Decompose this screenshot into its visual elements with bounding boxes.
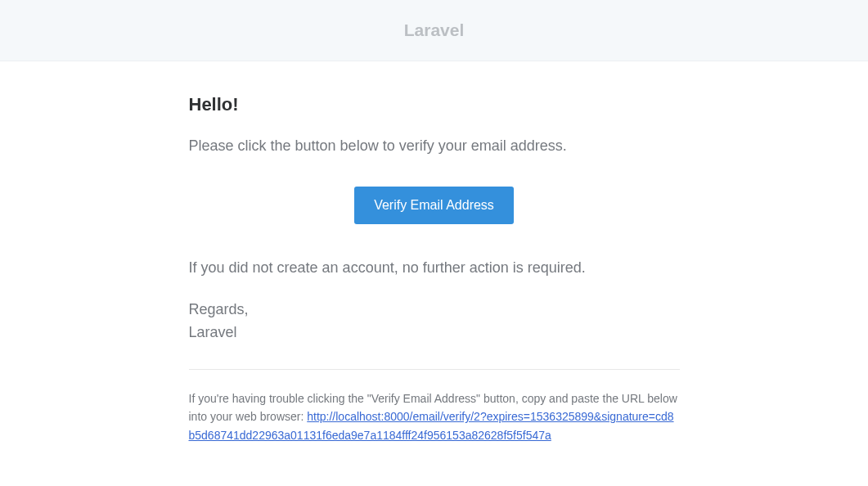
email-body: Hello! Please click the button below to … <box>0 61 868 444</box>
subcopy-text: If you're having trouble clicking the "V… <box>189 389 680 444</box>
intro-text: Please click the button below to verify … <box>189 135 680 157</box>
outro-text: If you did not create an account, no fur… <box>189 257 680 279</box>
button-container: Verify Email Address <box>189 187 680 224</box>
app-title: Laravel <box>0 20 868 40</box>
signoff-label: Regards, <box>189 299 680 322</box>
verify-email-button[interactable]: Verify Email Address <box>354 187 514 224</box>
email-header: Laravel <box>0 0 868 61</box>
greeting-text: Hello! <box>189 94 680 115</box>
divider-line <box>189 369 680 370</box>
sender-name: Laravel <box>189 322 680 344</box>
email-content: Hello! Please click the button below to … <box>177 94 692 444</box>
